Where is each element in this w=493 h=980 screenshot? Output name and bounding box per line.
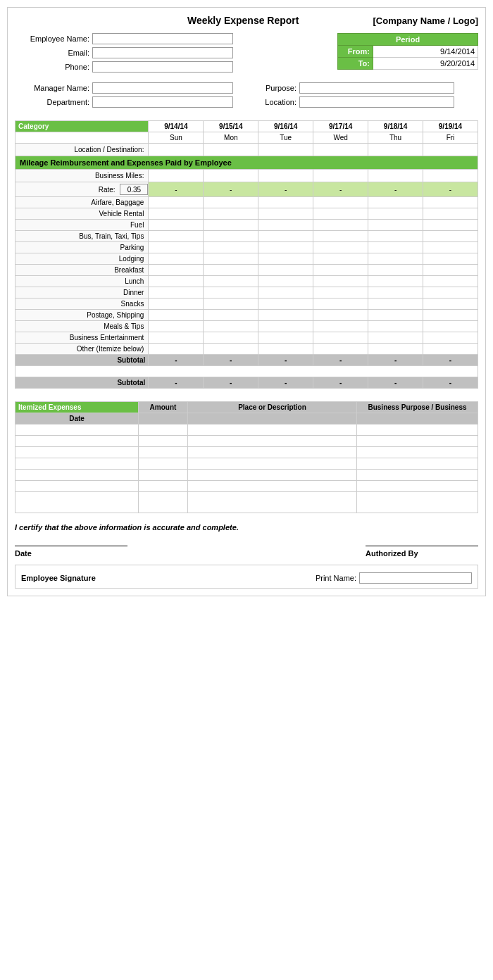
sub2-3: - xyxy=(313,377,368,389)
list-item[interactable] xyxy=(15,491,478,513)
separator-row-2 xyxy=(15,389,478,394)
cat-meals-tips: Meals & Tips xyxy=(15,321,149,332)
rate-label: Rate: xyxy=(99,186,116,194)
subtotal-row-1: Subtotal - - - - - - xyxy=(15,355,478,366)
date-col-2: 9/16/14 xyxy=(258,121,313,132)
date-col-header: Date xyxy=(15,413,139,424)
date-col-3: 9/17/14 xyxy=(313,121,368,132)
day-col-4: Thu xyxy=(368,132,423,144)
sub2-2: - xyxy=(258,377,313,389)
rate-value[interactable]: 0.35 xyxy=(120,184,148,195)
print-name-input[interactable] xyxy=(359,572,472,584)
date-col-5: 9/19/14 xyxy=(423,121,478,132)
list-item[interactable] xyxy=(15,480,478,491)
table-row: Snacks xyxy=(15,299,478,310)
table-row: Parking xyxy=(15,242,478,253)
subtotal-label: Subtotal xyxy=(15,355,149,366)
cat-postage: Postage, Shipping xyxy=(15,310,149,321)
sub1-4: - xyxy=(368,355,423,366)
authorized-by-label: Authorized By xyxy=(366,549,478,558)
cat-parking: Parking xyxy=(15,242,149,253)
mileage-section-header: Mileage Reimbursement and Expenses Paid … xyxy=(15,156,478,170)
table-row: Business Entertainment xyxy=(15,332,478,344)
itemized-amount-header: Amount xyxy=(139,401,188,413)
subtotal-row-2: Subtotal - - - - - - xyxy=(15,377,478,389)
list-item[interactable] xyxy=(15,458,478,469)
table-row: Lunch xyxy=(15,276,478,287)
sub1-0: - xyxy=(149,355,204,366)
rate-calc-3: - xyxy=(313,182,368,197)
email-label: Email: xyxy=(15,49,92,57)
location-input[interactable] xyxy=(299,96,454,108)
from-date: 9/14/2014 xyxy=(373,46,478,58)
date-col-1: 9/15/14 xyxy=(204,121,258,132)
miles-cell-3[interactable] xyxy=(313,170,368,182)
employee-name-input[interactable] xyxy=(92,33,233,44)
day-col-1: Mon xyxy=(204,132,258,144)
cat-dinner: Dinner xyxy=(15,287,149,299)
miles-cell-0[interactable] xyxy=(149,170,204,182)
location-label: Location: xyxy=(250,98,299,106)
cat-lodging: Lodging xyxy=(15,253,149,265)
list-item[interactable] xyxy=(15,435,478,446)
table-row: Fuel xyxy=(15,220,478,231)
phone-input[interactable] xyxy=(92,61,233,73)
rate-calc-0: - xyxy=(149,182,204,197)
company-name: [Company Name / Logo] xyxy=(373,15,478,26)
itemized-place-header: Place or Description xyxy=(188,401,357,413)
sub2-5: - xyxy=(423,377,478,389)
miles-cell-4[interactable] xyxy=(368,170,423,182)
manager-input[interactable] xyxy=(92,82,233,94)
rate-calc-4: - xyxy=(368,182,423,197)
sub1-5: - xyxy=(423,355,478,366)
dept-input[interactable] xyxy=(92,96,233,108)
day-col-0: Sun xyxy=(149,132,204,144)
print-name-label: Print Name: xyxy=(316,574,356,582)
cat-vehicle: Vehicle Rental xyxy=(15,208,149,220)
location-cell-1[interactable] xyxy=(204,144,258,156)
list-item[interactable] xyxy=(15,424,478,435)
table-row: Breakfast xyxy=(15,265,478,276)
location-cell-2[interactable] xyxy=(258,144,313,156)
email-input[interactable] xyxy=(92,47,233,58)
purpose-input[interactable] xyxy=(299,82,454,94)
location-destination-label: Location / Destination: xyxy=(15,144,149,156)
itemized-header: Itemized Expenses xyxy=(15,401,139,413)
miles-cell-5[interactable] xyxy=(423,170,478,182)
table-row: Airfare, Baggage xyxy=(15,197,478,208)
sub2-1: - xyxy=(204,377,258,389)
list-item[interactable] xyxy=(15,446,478,458)
cat-breakfast: Breakfast xyxy=(15,265,149,276)
employee-sig-label: Employee Signature xyxy=(21,574,96,582)
business-miles-label: Business Miles: xyxy=(15,170,149,182)
list-item[interactable] xyxy=(15,469,478,480)
phone-label: Phone: xyxy=(15,63,92,71)
day-col-5: Fri xyxy=(423,132,478,144)
separator-row xyxy=(15,366,478,377)
sub1-1: - xyxy=(204,355,258,366)
date-sig-label: Date xyxy=(15,549,127,558)
to-date: 9/20/2014 xyxy=(373,58,478,70)
employee-name-label: Employee Name: xyxy=(15,34,92,43)
location-cell-0[interactable] xyxy=(149,144,204,156)
miles-cell-2[interactable] xyxy=(258,170,313,182)
location-cell-5[interactable] xyxy=(423,144,478,156)
miles-cell-1[interactable] xyxy=(204,170,258,182)
location-cell-3[interactable] xyxy=(313,144,368,156)
rate-calc-2: - xyxy=(258,182,313,197)
to-label: To: xyxy=(338,58,373,70)
cat-other: Other (Itemize below) xyxy=(15,344,149,355)
table-row: Dinner xyxy=(15,287,478,299)
itemized-business-header: Business Purpose / Business xyxy=(357,401,478,413)
table-row: Postage, Shipping xyxy=(15,310,478,321)
from-label: From: xyxy=(338,46,373,58)
location-cell-4[interactable] xyxy=(368,144,423,156)
sub2-4: - xyxy=(368,377,423,389)
certification-text: I certify that the above information is … xyxy=(15,523,478,532)
date-col-0: 9/14/14 xyxy=(149,121,204,132)
sub1-3: - xyxy=(313,355,368,366)
rate-label-cell: Rate: 0.35 xyxy=(15,182,149,197)
rate-calc-1: - xyxy=(204,182,258,197)
category-col-header: Category xyxy=(15,121,149,132)
table-row: Bus, Train, Taxi, Tips xyxy=(15,231,478,242)
